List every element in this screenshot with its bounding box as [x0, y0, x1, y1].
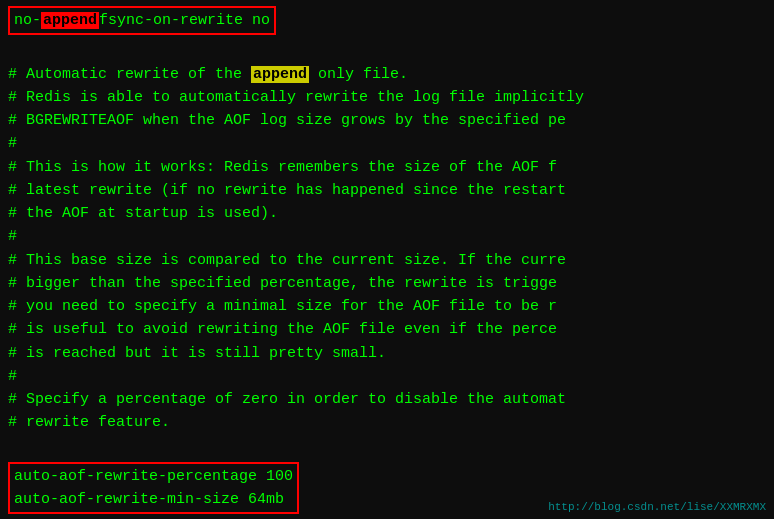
top-command-line: no-appendfsync-on-rewrite no	[8, 6, 766, 39]
bottom-command-1: auto-aof-rewrite-percentage 100	[14, 468, 293, 485]
comment-line-10: # This base size is compared to the curr…	[8, 249, 766, 272]
comment-line-11: # bigger than the specified percentage, …	[8, 272, 766, 295]
comment-line-6: # This is how it works: Redis remembers …	[8, 156, 766, 179]
comment-line-4: # BGREWRITEAOF when the AOF log size gro…	[8, 109, 766, 132]
comment-line-18	[8, 435, 766, 458]
comment-line-14: # is reached but it is still pretty smal…	[8, 342, 766, 365]
terminal-window: no-appendfsync-on-rewrite no # Automatic…	[0, 0, 774, 519]
comment-line-5: #	[8, 132, 766, 155]
comment-line-13: # is useful to avoid rewriting the AOF f…	[8, 318, 766, 341]
comment-line-7: # latest rewrite (if no rewrite has happ…	[8, 179, 766, 202]
comment-line-17: # rewrite feature.	[8, 411, 766, 434]
bottom-command-box: auto-aof-rewrite-percentage 100 auto-aof…	[8, 462, 299, 515]
comment-line-1	[8, 39, 766, 62]
top-command-box: no-appendfsync-on-rewrite no	[8, 6, 276, 35]
bottom-command-2: auto-aof-rewrite-min-size 64mb	[14, 491, 284, 508]
comment-line-9: #	[8, 225, 766, 248]
top-command-suffix: fsync-on-rewrite no	[99, 12, 270, 29]
top-command-keyword: append	[41, 12, 99, 29]
url-watermark: http://blog.csdn.net/lise/XXMRXMX	[548, 501, 766, 513]
comment-line-12: # you need to specify a minimal size for…	[8, 295, 766, 318]
comment-line-2: # Automatic rewrite of the append only f…	[8, 63, 766, 86]
comment-line-15: #	[8, 365, 766, 388]
append-keyword-highlight: append	[251, 66, 309, 83]
comment-line-16: # Specify a percentage of zero in order …	[8, 388, 766, 411]
top-command-prefix: no-	[14, 12, 41, 29]
comment-line-8: # the AOF at startup is used).	[8, 202, 766, 225]
comment-line-3: # Redis is able to automatically rewrite…	[8, 86, 766, 109]
